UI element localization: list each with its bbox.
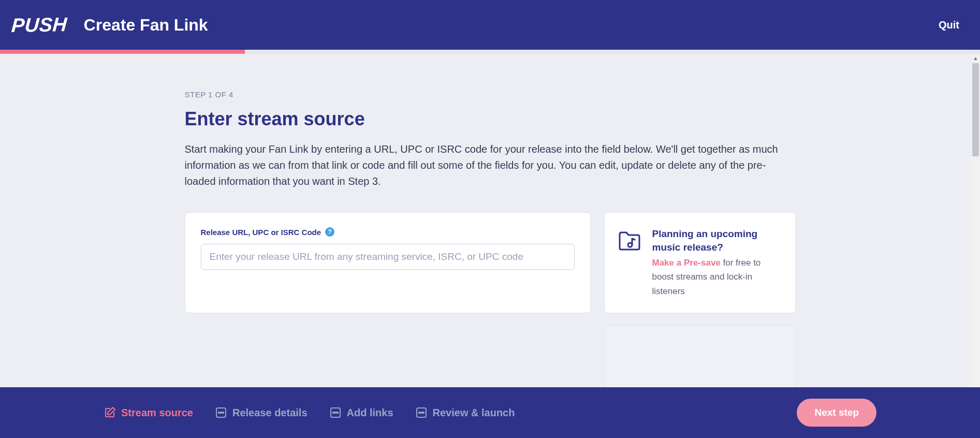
source-input-card: Release URL, UPC or ISRC Code ? [185, 212, 591, 313]
step-label: Stream source [121, 407, 193, 419]
progress-fill [0, 50, 245, 54]
app-header: PUSH Create Fan Link Quit [0, 0, 980, 50]
help-icon[interactable]: ? [325, 227, 334, 237]
presave-title: Planning an upcoming music release? [652, 227, 783, 254]
dots-box-icon [215, 406, 227, 419]
svg-point-11 [420, 412, 421, 413]
step-label: Review & launch [433, 407, 515, 419]
svg-point-2 [218, 412, 220, 413]
scrollbar-thumb[interactable] [972, 63, 979, 156]
svg-point-4 [223, 412, 224, 413]
edit-icon [104, 406, 116, 419]
field-label-text: Release URL, UPC or ISRC Code [201, 228, 321, 237]
progress-bar [0, 50, 980, 54]
scroll-up-arrow-icon[interactable]: ▲ [971, 54, 980, 63]
next-step-button[interactable]: Next step [797, 399, 876, 427]
make-presave-link[interactable]: Make a Pre-save [652, 258, 721, 268]
step-heading: Enter stream source [185, 108, 796, 130]
content-scroll[interactable]: STEP 1 OF 4 Enter stream source Start ma… [0, 54, 980, 387]
source-field-label: Release URL, UPC or ISRC Code ? [201, 227, 575, 237]
preview-placeholder [604, 326, 796, 387]
dots-box-icon [329, 406, 342, 419]
step-counter: STEP 1 OF 4 [185, 90, 796, 99]
svg-point-12 [422, 412, 423, 413]
svg-point-3 [221, 412, 222, 413]
music-folder-icon [617, 227, 642, 252]
step-label: Add links [347, 407, 393, 419]
step-add-links[interactable]: Add links [329, 406, 393, 419]
step-description: Start making your Fan Link by entering a… [185, 141, 796, 189]
svg-point-6 [332, 412, 333, 413]
svg-point-0 [628, 243, 632, 247]
presave-description: Make a Pre-save for free to boost stream… [652, 256, 783, 298]
wizard-footer: Stream source Release details [0, 387, 980, 438]
step-label: Release details [232, 407, 308, 419]
step-stream-source[interactable]: Stream source [104, 406, 193, 419]
presave-promo-card: Planning an upcoming music release? Make… [604, 212, 796, 313]
svg-point-7 [334, 412, 335, 413]
step-release-details[interactable]: Release details [215, 406, 308, 419]
scrollbar[interactable]: ▲ [971, 54, 980, 387]
page-title: Create Fan Link [84, 16, 208, 35]
step-review-launch[interactable]: Review & launch [415, 406, 515, 419]
svg-point-10 [418, 412, 419, 413]
dots-box-icon [415, 406, 428, 419]
release-source-input[interactable] [201, 244, 575, 270]
svg-point-8 [337, 412, 338, 413]
quit-button[interactable]: Quit [939, 19, 959, 31]
wizard-steps: Stream source Release details [104, 406, 515, 419]
brand-logo: PUSH [10, 13, 68, 37]
